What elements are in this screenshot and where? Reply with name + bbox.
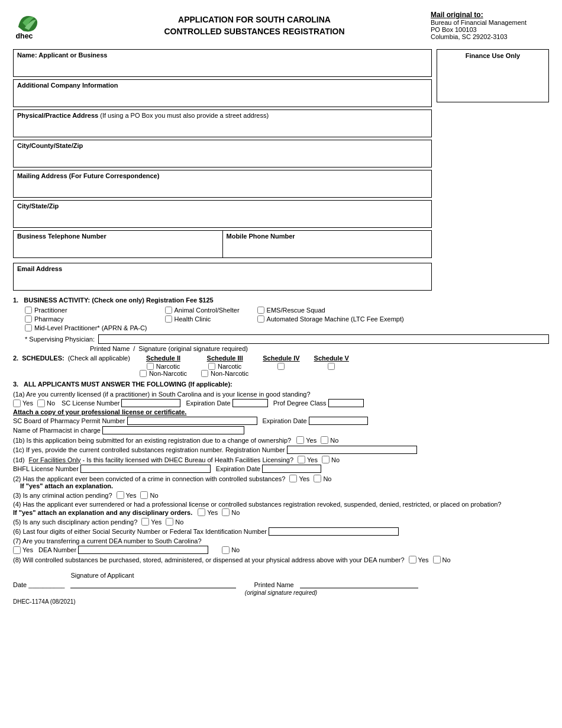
q8-no-checkbox[interactable] [433, 556, 441, 563]
mail-line2: PO Box 100103 [431, 26, 549, 33]
checkbox-ems-input[interactable] [257, 307, 264, 314]
sch5-title: Schedule V [314, 355, 349, 362]
q1a-exp-input[interactable] [232, 399, 268, 407]
checkbox-practitioner[interactable]: Practitioner [25, 307, 147, 314]
q5-no-checkbox[interactable] [166, 518, 173, 526]
pharmacist-input[interactable] [102, 426, 244, 434]
sch4-check[interactable] [277, 363, 285, 370]
schedule-5: Schedule V [314, 355, 349, 377]
checkbox-animal-label: Animal Control/Shelter [175, 307, 240, 314]
q1a-no-checkbox[interactable] [37, 400, 45, 407]
q1c-input[interactable] [287, 446, 417, 454]
q2-block: (2) Has the applicant ever been convicte… [13, 475, 549, 489]
q2-no-checkbox[interactable] [314, 475, 321, 482]
q6-input[interactable] [269, 527, 399, 536]
q6-block: (6) Last four digits of either Social Se… [13, 527, 549, 536]
checkbox-health-clinic[interactable]: Health Clinic [165, 315, 240, 323]
sch5-check[interactable] [328, 363, 335, 370]
sch3-nonnarcotic-input[interactable] [201, 370, 208, 377]
checkbox-asm[interactable]: Automated Storage Machine (LTC Fee Exemp… [257, 315, 404, 323]
sch4-input[interactable] [277, 363, 285, 370]
checkbox-health-clinic-input[interactable] [165, 315, 172, 323]
q4-block: (4) Has the applicant ever surrendered o… [13, 501, 549, 516]
schedule-2: Schedule II Narcotic Non-Narcotic [140, 355, 187, 377]
sc-board-input[interactable] [127, 417, 257, 425]
checkbox-animal[interactable]: Animal Control/Shelter [165, 307, 240, 314]
q4-no-label: No [231, 509, 240, 516]
checkbox-pharmacy-input[interactable] [25, 315, 32, 323]
q1a-sc-label: SC License Number [62, 400, 119, 407]
sc-board-exp-input[interactable] [309, 417, 368, 425]
finance-box: Finance Use Only [437, 49, 549, 102]
q1d-block: (1d) For Facilities Only - Is this facil… [13, 456, 549, 473]
q5-yes-checkbox[interactable] [141, 518, 149, 526]
q3-yes-checkbox[interactable] [117, 491, 124, 499]
q1a-scboard-line: SC Board of Pharmacy Permit Number Expir… [13, 417, 549, 425]
q2-yes-checkbox[interactable] [289, 475, 297, 482]
q2-note-line: If "yes" attach an explanation. [20, 482, 549, 489]
q7-dea-input[interactable] [78, 546, 208, 554]
sig-applicant-label: Signature of Applicant [70, 572, 134, 579]
checkbox-asm-input[interactable] [257, 315, 264, 323]
q3-line: (3) Is any criminal action pending? Yes … [13, 491, 549, 499]
name-input[interactable] [17, 59, 428, 72]
business-tel-input[interactable] [17, 240, 219, 253]
q1d-no-checkbox[interactable] [322, 456, 330, 463]
email-label: Email Address [17, 265, 62, 272]
q8-yes-label: Yes [418, 556, 429, 563]
q1a-prof-input[interactable] [328, 399, 364, 407]
q1a-sc-input[interactable] [121, 399, 180, 407]
q7-yes-checkbox[interactable] [13, 546, 21, 554]
q3-no-checkbox[interactable] [140, 491, 148, 499]
city-state-input[interactable] [17, 210, 428, 223]
name-field-box: Name: Applicant or Business [13, 49, 432, 77]
q7-answer-line: Yes DEA Number No [13, 546, 549, 554]
supervising-physician-input[interactable] [98, 334, 549, 344]
checkbox-practitioner-label: Practitioner [34, 307, 67, 314]
additional-input[interactable] [17, 89, 428, 102]
q3-text: (3) Is any criminal action pending? [13, 492, 112, 499]
mailing-address-input[interactable] [17, 179, 428, 192]
schedule-3: Schedule III Narcotic Non-Narcotic [201, 355, 248, 377]
sch3-narcotic-input[interactable] [208, 363, 215, 370]
q1c-block: (1c) If yes, provide the current control… [13, 446, 549, 454]
q1b-yes-checkbox[interactable] [296, 436, 304, 444]
q4-no-checkbox[interactable] [222, 508, 230, 516]
q1d-no-label: No [331, 456, 340, 463]
city-county-input[interactable] [17, 149, 428, 162]
sch5-input[interactable] [328, 363, 335, 370]
checkbox-pharmacy[interactable]: Pharmacy [25, 315, 147, 323]
q4-yes-checkbox[interactable] [198, 508, 205, 516]
bhfl-exp-input[interactable] [262, 465, 321, 473]
q1d-yes-checkbox[interactable] [298, 456, 305, 463]
q1b-no-checkbox[interactable] [321, 436, 328, 444]
q3-block: (3) Is any criminal action pending? Yes … [13, 491, 549, 499]
q7-no-checkbox[interactable] [222, 546, 230, 554]
sch2-nonnarcotic-input[interactable] [140, 370, 147, 377]
bhfl-input[interactable] [80, 465, 211, 473]
q1a-yes-checkbox[interactable] [13, 400, 21, 407]
checkbox-animal-input[interactable] [165, 307, 172, 314]
checkbox-midlevel-input[interactable] [25, 324, 32, 331]
city-state-label: City/State/Zip [17, 202, 59, 210]
mailing-label: Mailing Address (For Future Corresponden… [17, 172, 159, 179]
sch2-nonnarcotic[interactable]: Non-Narcotic [140, 370, 187, 377]
mail-line1: Bureau of Financial Management [431, 19, 549, 26]
checkbox-ems[interactable]: EMS/Rescue Squad [257, 307, 404, 314]
checkbox-midlevel[interactable]: Mid-Level Practitioner* (APRN & PA-C) [25, 324, 147, 331]
q1a-answer-line: Yes No SC License Number Expiration Date… [13, 399, 549, 407]
sch3-title: Schedule III [207, 355, 243, 362]
sch2-narcotic[interactable]: Narcotic [147, 363, 180, 370]
q8-yes-checkbox[interactable] [409, 556, 416, 563]
printed-name-line[interactable] [300, 579, 418, 588]
mobile-input[interactable] [227, 240, 428, 253]
sch2-narcotic-input[interactable] [147, 363, 154, 370]
sch3-narcotic[interactable]: Narcotic [208, 363, 241, 370]
email-input[interactable] [17, 272, 428, 285]
physical-address-input[interactable] [17, 119, 428, 132]
checkbox-practitioner-input[interactable] [25, 307, 32, 314]
sig-applicant-line[interactable] [70, 579, 236, 588]
q1c-text: (1c) If yes, provide the current control… [13, 446, 285, 453]
dhec-logo: dhec [13, 11, 60, 43]
sch3-nonnarcotic[interactable]: Non-Narcotic [201, 370, 248, 377]
